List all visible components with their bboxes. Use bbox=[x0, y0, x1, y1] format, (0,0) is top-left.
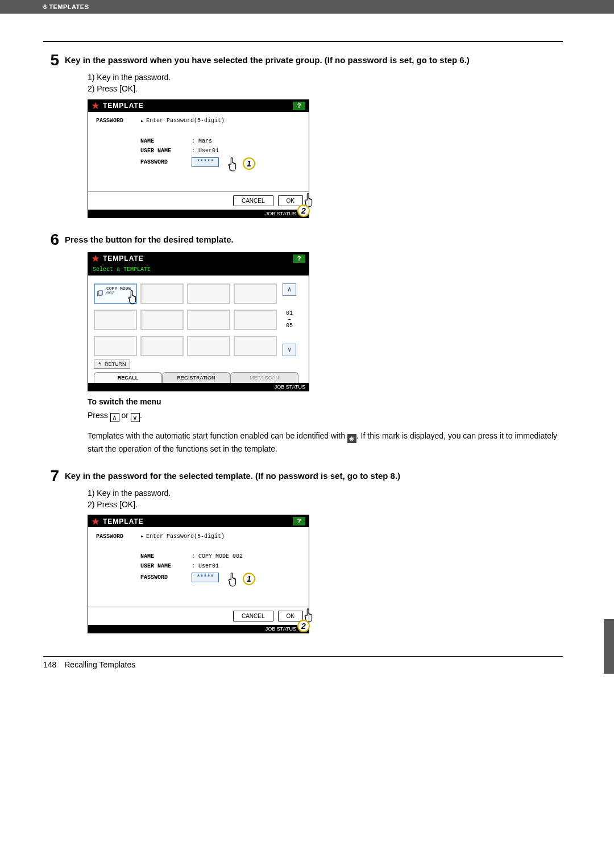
callout-bubble-1: 1 bbox=[243, 157, 255, 170]
step-7-title: Key in the password for the selected tem… bbox=[65, 468, 400, 482]
tab-recall[interactable]: RECALL bbox=[94, 372, 162, 383]
return-button[interactable]: ↰ RETURN bbox=[94, 360, 130, 369]
panel2-subtitle: Select a TEMPLATE bbox=[88, 265, 309, 276]
star-icon bbox=[92, 102, 99, 110]
footer-title: Recalling Templates bbox=[64, 660, 135, 669]
step-6-number: 6 bbox=[43, 232, 59, 248]
panel1-user-label: USER NAME bbox=[140, 148, 192, 154]
panel1-name-value: : Mars bbox=[192, 138, 212, 144]
step-7-sub1: 1) Key in the password. bbox=[88, 487, 563, 499]
job-status-button[interactable]: JOB STATUS bbox=[275, 384, 305, 390]
down-key-icon: ∨ bbox=[131, 413, 140, 422]
switch-menu-head: To switch the menu bbox=[88, 397, 563, 406]
template-slot-empty[interactable] bbox=[187, 310, 230, 330]
panel3-name-label: NAME bbox=[140, 553, 192, 560]
hand-icon bbox=[227, 573, 239, 587]
scroll-up-button[interactable]: ∧ bbox=[283, 283, 296, 296]
panel3-side-label: PASSWORD bbox=[96, 533, 140, 540]
step-5-sub2: 2) Press [OK]. bbox=[88, 83, 563, 94]
job-status-button[interactable]: JOB STATUS bbox=[265, 626, 296, 632]
callout-bubble-1: 1 bbox=[243, 573, 255, 585]
job-status-button[interactable]: JOB STATUS bbox=[265, 211, 296, 216]
template-picker-panel: TEMPLATE ? Select a TEMPLATE COPY MODE 0… bbox=[88, 252, 309, 391]
template-slot-empty[interactable] bbox=[94, 310, 137, 330]
template-slot-line2: 002 bbox=[106, 290, 114, 295]
callout-bubble-2: 2 bbox=[297, 205, 310, 217]
tab-registration[interactable]: REGISTRATION bbox=[162, 372, 230, 383]
help-button[interactable]: ? bbox=[293, 517, 305, 525]
template-slot-empty[interactable] bbox=[94, 336, 137, 356]
template-icon bbox=[97, 290, 103, 297]
template-slot-line1: COPY MODE bbox=[106, 286, 131, 291]
cancel-button[interactable]: CANCEL bbox=[233, 195, 273, 206]
help-button[interactable]: ? bbox=[293, 102, 305, 110]
scroll-down-button[interactable]: ∨ bbox=[283, 344, 296, 356]
panel3-pw-label: PASSWORD bbox=[140, 574, 192, 581]
step-6-title: Press the button for the desired templat… bbox=[65, 232, 234, 245]
auto-start-mark-icon: ◉ bbox=[347, 434, 356, 443]
auto-start-note: Templates with the automatic start funct… bbox=[88, 430, 563, 454]
password-panel-2: TEMPLATE ? PASSWORD ▸ Enter Password(5-d… bbox=[88, 515, 309, 633]
switch-menu-text: Press ∧ or ∨. bbox=[88, 410, 563, 422]
panel1-prompt: Enter Password(5-digit) bbox=[146, 118, 225, 124]
panel1-name-label: NAME bbox=[140, 138, 192, 144]
step-7-number: 7 bbox=[43, 468, 59, 484]
template-slot-filled[interactable]: COPY MODE 002 bbox=[94, 283, 137, 304]
top-rule bbox=[43, 41, 563, 42]
star-icon bbox=[92, 254, 99, 262]
cancel-button[interactable]: CANCEL bbox=[233, 611, 273, 621]
panel1-user-value: : User01 bbox=[192, 148, 219, 154]
panel3-user-value: : User01 bbox=[192, 563, 219, 569]
tab-meta-scan[interactable]: META SCAN bbox=[230, 372, 298, 383]
template-slot-empty[interactable] bbox=[234, 336, 277, 356]
right-arrow-icon: ▸ bbox=[140, 118, 144, 124]
password-panel-1: TEMPLATE ? PASSWORD ▸ Enter Password(5-d… bbox=[88, 99, 309, 218]
content: 5 Key in the password when you have sele… bbox=[0, 14, 614, 633]
ok-button[interactable]: OK bbox=[278, 195, 303, 206]
step-5-title: Key in the password when you have select… bbox=[65, 52, 470, 66]
step-5-sub1: 1) Key in the password. bbox=[88, 72, 563, 83]
page-footer: 148 Recalling Templates bbox=[0, 656, 614, 692]
password-input[interactable]: ***** bbox=[192, 157, 219, 167]
hand-icon bbox=[227, 157, 239, 172]
return-arrow-icon: ↰ bbox=[98, 361, 102, 367]
panel1-side-label: PASSWORD bbox=[96, 118, 140, 124]
template-slot-empty[interactable] bbox=[187, 283, 230, 304]
svg-marker-1 bbox=[92, 255, 99, 262]
footer-rule bbox=[43, 656, 563, 657]
template-slot-empty[interactable] bbox=[140, 336, 184, 356]
template-slot-empty[interactable] bbox=[234, 283, 277, 304]
step-5: 5 Key in the password when you have sele… bbox=[43, 52, 563, 218]
panel3-prompt: Enter Password(5-digit) bbox=[146, 533, 225, 540]
password-input[interactable]: ***** bbox=[192, 573, 219, 582]
panel2-title: TEMPLATE bbox=[103, 254, 144, 262]
panel3-name-value: : COPY MODE 002 bbox=[192, 553, 243, 560]
template-slot-empty[interactable] bbox=[234, 310, 277, 330]
up-key-icon: ∧ bbox=[110, 413, 119, 422]
thumb-tab bbox=[604, 619, 614, 674]
step-6: 6 Press the button for the desired templ… bbox=[43, 232, 563, 454]
panel3-user-label: USER NAME bbox=[140, 563, 192, 569]
step-5-number: 5 bbox=[43, 52, 59, 68]
right-arrow-icon: ▸ bbox=[140, 533, 144, 540]
panel3-title: TEMPLATE bbox=[103, 518, 144, 525]
step-7-sub2: 2) Press [OK]. bbox=[88, 499, 563, 510]
page-header: 6 TEMPLATES bbox=[0, 0, 614, 14]
svg-rect-3 bbox=[99, 290, 103, 295]
template-slot-empty[interactable] bbox=[187, 336, 230, 356]
star-icon bbox=[92, 518, 99, 525]
header-section: 6 TEMPLATES bbox=[43, 3, 89, 10]
template-slot-empty[interactable] bbox=[140, 310, 184, 330]
ok-button[interactable]: OK bbox=[278, 611, 303, 621]
callout-bubble-2: 2 bbox=[297, 620, 310, 632]
panel1-title: TEMPLATE bbox=[103, 102, 144, 110]
page-number: 148 bbox=[43, 660, 56, 669]
help-button[interactable]: ? bbox=[293, 254, 305, 263]
template-slot-empty[interactable] bbox=[140, 283, 184, 304]
panel1-pw-label: PASSWORD bbox=[140, 159, 192, 165]
page-indicator: 01—05 bbox=[283, 310, 296, 329]
template-grid: COPY MODE 002 bbox=[94, 283, 277, 356]
svg-marker-0 bbox=[92, 102, 99, 109]
step-7: 7 Key in the password for the selected t… bbox=[43, 468, 563, 634]
svg-marker-4 bbox=[92, 518, 99, 525]
